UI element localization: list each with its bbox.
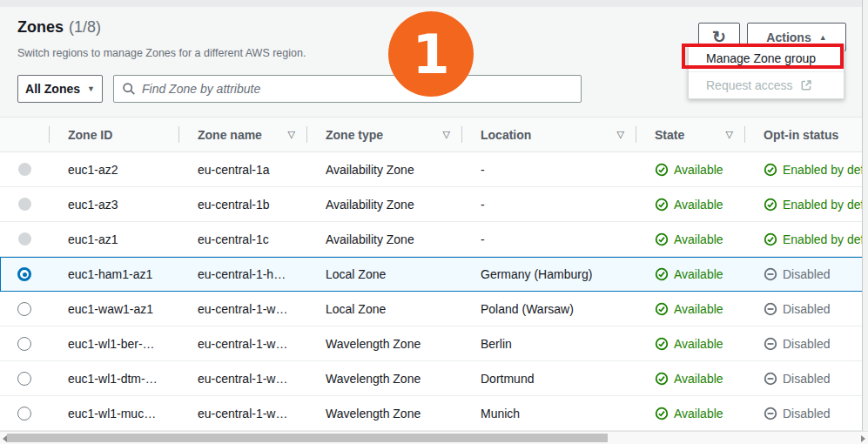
zone-search[interactable] (113, 75, 582, 103)
radio-cell[interactable] (0, 326, 49, 360)
column-header-opt-in-status[interactable]: Opt-in status (744, 118, 862, 151)
opt-in-status-label: Enabled by default (783, 198, 862, 212)
location-cell: Berlin (461, 326, 636, 360)
sort-icon[interactable]: ▽ (617, 129, 624, 140)
zone-id-cell: euc1-ham1-az1 (49, 258, 178, 291)
zone-id-cell: euc1-wl1-dtm-… (49, 361, 178, 395)
table-row[interactable]: euc1-az2eu-central-1aAvailability Zone-A… (0, 152, 862, 187)
zones-filter-dropdown[interactable]: All Zones ▼ (17, 75, 103, 103)
zone-id-cell: euc1-az1 (49, 222, 178, 256)
radio-cell[interactable] (0, 222, 49, 256)
opt-in-status-cell: Disabled (744, 258, 862, 291)
magnifier-icon (122, 82, 136, 96)
opt-in-status-label: Disabled (783, 407, 830, 420)
zone-id-cell: euc1-waw1-az1 (49, 292, 178, 326)
zone-type-cell: Local Zone (306, 292, 461, 326)
location-cell: - (461, 222, 636, 256)
table-header-row: Zone IDZone name▽Zone type▽Location▽Stat… (0, 118, 862, 152)
opt-in-status-label: Enabled by default (783, 232, 862, 246)
opt-in-status-label: Enabled by default (783, 163, 862, 177)
zone-id-cell: euc1-wl1-muc… (49, 396, 178, 430)
state-cell: Available (636, 361, 744, 395)
state-label: Available (674, 163, 723, 177)
zone-radio[interactable] (17, 337, 31, 351)
state-label: Available (674, 302, 723, 316)
sort-icon[interactable]: ▽ (288, 129, 295, 140)
column-header-zone-type[interactable]: Zone type▽ (306, 118, 461, 151)
state-cell: Available (636, 222, 744, 256)
check-circle-icon (655, 372, 669, 386)
table-body: euc1-az2eu-central-1aAvailability Zone-A… (0, 152, 862, 431)
opt-in-status-cell: Disabled (744, 326, 862, 360)
horizontal-scrollbar[interactable] (0, 431, 868, 444)
minus-circle-icon (764, 407, 777, 420)
column-header-zone-id[interactable]: Zone ID (49, 118, 178, 151)
location-cell: - (461, 152, 636, 186)
state-label: Available (674, 232, 723, 246)
column-header-label: Zone name (198, 128, 262, 142)
menu-item-manage-zone-group[interactable]: Manage Zone group (689, 45, 844, 71)
opt-in-status-cell: Disabled (744, 361, 862, 395)
zone-radio (18, 198, 31, 211)
radio-cell[interactable] (0, 258, 49, 291)
check-circle-icon (655, 407, 669, 420)
zone-radio[interactable] (17, 267, 31, 281)
minus-circle-icon (764, 267, 777, 281)
minus-circle-icon (764, 302, 777, 316)
scroll-right-arrow-icon[interactable] (861, 435, 865, 442)
page-title: Zones(1/8) (17, 18, 101, 37)
radio-cell[interactable] (0, 152, 49, 186)
sort-icon[interactable]: ▽ (443, 129, 450, 140)
check-circle-icon (655, 163, 669, 177)
sort-icon[interactable]: ▽ (726, 129, 733, 140)
table-row[interactable]: euc1-az3eu-central-1bAvailability Zone-A… (0, 187, 862, 222)
radio-cell[interactable] (0, 396, 49, 430)
table-row[interactable]: euc1-az1eu-central-1cAvailability Zone-A… (0, 222, 862, 257)
table-row[interactable]: euc1-wl1-muc…eu-central-1-w…Wavelength Z… (0, 396, 862, 431)
table-row[interactable]: euc1-ham1-az1eu-central-1-h…Local ZoneGe… (0, 257, 862, 292)
search-input[interactable] (136, 75, 581, 103)
zone-name-cell: eu-central-1a (178, 152, 306, 186)
check-circle-icon (655, 267, 669, 281)
table-row[interactable]: euc1-wl1-ber-…eu-central-1-w…Wavelength … (0, 326, 862, 361)
step-number: 1 (412, 23, 449, 86)
zone-type-cell: Wavelength Zone (306, 326, 461, 360)
zone-type-cell: Availability Zone (306, 222, 461, 256)
check-circle-icon (764, 163, 777, 177)
opt-in-status-cell: Disabled (744, 292, 862, 326)
step-annotation-badge: 1 (388, 11, 474, 97)
minus-circle-icon (764, 337, 777, 351)
check-circle-icon (655, 198, 669, 212)
zone-type-cell: Local Zone (306, 258, 461, 291)
menu-item-request-access: Request access (689, 71, 844, 98)
state-cell: Available (636, 258, 744, 291)
check-circle-icon (764, 232, 777, 246)
opt-in-status-label: Disabled (783, 372, 830, 386)
column-header-location[interactable]: Location▽ (461, 118, 636, 151)
radio-cell[interactable] (0, 187, 49, 221)
state-cell: Available (636, 292, 744, 326)
zone-radio[interactable] (17, 302, 31, 316)
location-cell: Germany (Hamburg) (461, 258, 636, 291)
column-header-zone-name[interactable]: Zone name▽ (178, 118, 306, 151)
table-row[interactable]: euc1-wl1-dtm-…eu-central-1-w…Wavelength … (0, 361, 862, 396)
column-header-radio (0, 118, 49, 151)
zone-radio[interactable] (17, 407, 31, 420)
chevron-up-icon: ▲ (819, 33, 827, 42)
state-cell: Available (636, 326, 744, 360)
horizontal-scrollbar-thumb[interactable] (7, 434, 608, 442)
state-label: Available (674, 407, 723, 420)
zone-name-cell: eu-central-1-h… (178, 258, 306, 291)
zone-name-cell: eu-central-1-w… (178, 326, 306, 360)
column-header-state[interactable]: State▽ (636, 118, 744, 151)
zone-radio (18, 232, 31, 246)
radio-cell[interactable] (0, 361, 49, 395)
state-label: Available (674, 337, 723, 351)
check-circle-icon (655, 232, 669, 246)
opt-in-status-cell: Disabled (744, 396, 862, 430)
table-row[interactable]: euc1-waw1-az1eu-central-1-w…Local ZonePo… (0, 292, 862, 326)
page-subtitle: Switch regions to manage Zones for a dif… (17, 47, 306, 59)
zone-radio[interactable] (17, 372, 31, 386)
zone-type-cell: Availability Zone (306, 187, 461, 221)
radio-cell[interactable] (0, 292, 49, 326)
